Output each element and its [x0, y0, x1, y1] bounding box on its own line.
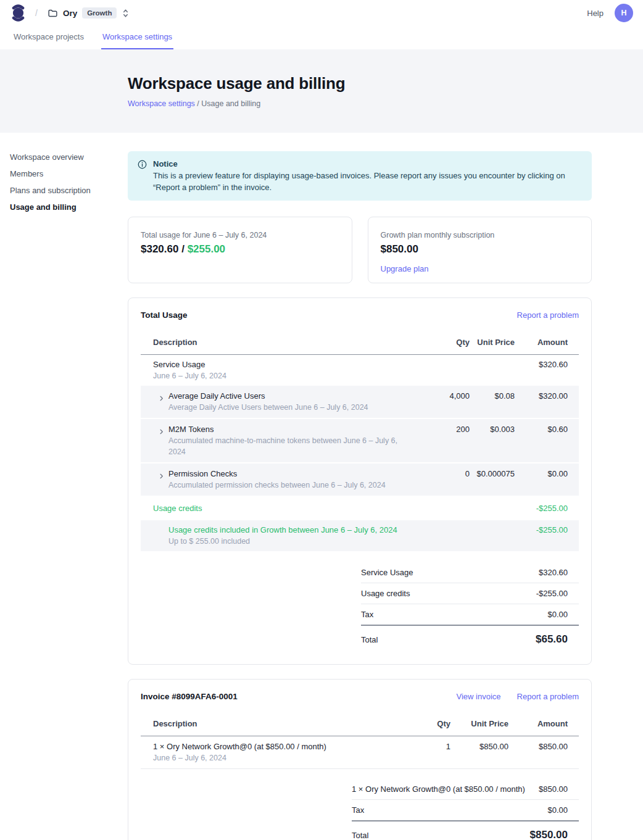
breadcrumb-workspace-settings-link[interactable]: Workspace settings	[128, 99, 195, 108]
help-link[interactable]: Help	[587, 9, 604, 18]
sidebar-item-usage-and-billing[interactable]: Usage and billing	[10, 199, 128, 215]
upgrade-plan-link[interactable]: Upgrade plan	[381, 264, 429, 273]
avatar[interactable]: H	[615, 4, 633, 22]
table-row-permission-checks[interactable]: Permission Checks Accumulated permission…	[141, 464, 579, 497]
column-qty: Qty	[395, 718, 450, 730]
usage-card-header: Total Usage Report a problem	[141, 310, 579, 320]
invoice-table: Description Qty Unit Price Amount 1 × Or…	[141, 715, 579, 769]
plan-amount: $850.00	[381, 243, 579, 256]
row-qty: 0	[414, 468, 470, 480]
table-row-m2m-tokens[interactable]: M2M Tokens Accumulated machine-to-machin…	[141, 419, 579, 464]
table-row-service-usage: Service Usage June 6 – July 6, 2024 $320…	[141, 355, 579, 386]
column-amount: Amount	[508, 718, 579, 730]
summary-row-usage-credits: Usage credits -$255.00	[361, 583, 579, 604]
table-row-usage-credits: Usage credits -$255.00	[141, 497, 579, 520]
invoice-table-header: Description Qty Unit Price Amount	[141, 715, 579, 736]
sidebar-item-plans-and-subscription[interactable]: Plans and subscription	[10, 182, 128, 199]
tab-workspace-settings[interactable]: Workspace settings	[101, 26, 173, 49]
summary-row-service-usage: Service Usage $320.60	[361, 562, 579, 583]
row-title: Permission Checks	[168, 468, 386, 480]
view-invoice-link[interactable]: View invoice	[457, 692, 501, 701]
total-usage-invoice-card: Total Usage Report a problem Description…	[128, 297, 592, 665]
row-amount: $0.60	[515, 424, 579, 435]
invoice-summary: 1 × Ory Network Growth@0 (at $850.00 / m…	[352, 779, 579, 840]
row-title: Average Daily Active Users	[168, 391, 368, 402]
tab-workspace-projects[interactable]: Workspace projects	[12, 26, 85, 49]
topbar-right: Help H	[587, 4, 633, 22]
invoice-card-title: Invoice #8099AFA6-0001	[141, 692, 238, 701]
chevron-right-icon[interactable]	[158, 391, 165, 413]
main-layout: Workspace overview Members Plans and sub…	[0, 133, 643, 840]
usage-used-amount: $320.60	[141, 243, 178, 255]
row-subtitle: Up to $ 255.00 included	[168, 536, 414, 547]
invoice-card-header: Invoice #8099AFA6-0001 View invoice Repo…	[141, 692, 579, 701]
workspace-selector[interactable]: Ory Growth	[48, 7, 130, 19]
row-qty: 1	[395, 741, 450, 752]
row-amount: -$255.00	[515, 503, 579, 514]
chevron-right-icon[interactable]	[158, 468, 165, 491]
column-unit-price: Unit Price	[470, 337, 515, 348]
row-unit-price: $850.00	[450, 741, 508, 752]
row-qty: 200	[414, 424, 470, 435]
row-subtitle: Accumulated permission checks between Ju…	[168, 480, 386, 491]
total-usage-label: Total usage for June 6 – July 6, 2024	[141, 231, 339, 239]
table-row-usage-credits-included: Usage credits included in Growth between…	[141, 520, 579, 552]
row-amount: -$255.00	[515, 525, 579, 536]
column-unit-price: Unit Price	[450, 718, 508, 730]
row-subtitle: Accumulated machine-to-machine tokens be…	[168, 435, 414, 457]
summary-row-total: Total $65.60	[361, 625, 579, 648]
row-unit-price: $0.08	[470, 391, 515, 402]
row-title: 1 × Ory Network Growth@0 (at $850.00 / m…	[153, 741, 395, 752]
summary-row-tax: Tax $0.00	[352, 799, 579, 820]
report-problem-link[interactable]: Report a problem	[517, 310, 579, 320]
unfold-icon[interactable]	[122, 9, 130, 18]
usage-amount-separator: /	[178, 243, 187, 255]
total-usage-card: Total usage for June 6 – July 6, 2024 $3…	[128, 217, 352, 283]
total-usage-amount: $320.60 / $255.00	[141, 243, 339, 256]
row-subtitle: June 6 – July 6, 2024	[153, 752, 395, 763]
column-description: Description	[141, 337, 414, 348]
overview-cards: Total usage for June 6 – July 6, 2024 $3…	[128, 217, 592, 283]
info-icon	[138, 159, 147, 193]
summary-row-subscription: 1 × Ory Network Growth@0 (at $850.00 / m…	[352, 779, 579, 799]
ory-logo-icon[interactable]	[10, 4, 27, 22]
notice-body: This is a preview feature for displaying…	[153, 170, 582, 193]
usage-card-title: Total Usage	[141, 310, 188, 320]
table-row-average-daily-active-users[interactable]: Average Daily Active Users Average Daily…	[141, 386, 579, 419]
row-amount: $320.60	[515, 359, 579, 370]
folder-icon	[48, 8, 58, 19]
page-title: Workspace usage and billing	[128, 74, 643, 93]
summary-row-tax: Tax $0.00	[361, 604, 579, 625]
report-problem-link[interactable]: Report a problem	[517, 692, 579, 701]
content-column: Notice This is a preview feature for dis…	[128, 133, 592, 840]
usage-table-header: Description Qty Unit Price Amount	[141, 333, 579, 355]
usage-included-amount: $255.00	[188, 243, 225, 255]
table-row-growth-subscription: 1 × Ory Network Growth@0 (at $850.00 / m…	[141, 736, 579, 769]
breadcrumb: Workspace settings / Usage and billing	[128, 99, 643, 108]
plan-badge: Growth	[82, 7, 117, 19]
row-amount: $320.00	[515, 391, 579, 402]
workspace-name: Ory	[63, 9, 77, 18]
subscription-invoice-card: Invoice #8099AFA6-0001 View invoice Repo…	[128, 679, 592, 840]
row-title: Usage credits included in Growth between…	[168, 525, 414, 536]
notice-banner: Notice This is a preview feature for dis…	[128, 151, 592, 201]
row-subtitle: June 6 – July 6, 2024	[153, 370, 414, 381]
row-title: M2M Tokens	[168, 424, 414, 435]
breadcrumb-separator: /	[35, 8, 38, 18]
chevron-right-icon[interactable]	[158, 424, 165, 457]
column-amount: Amount	[515, 337, 579, 348]
row-amount: $850.00	[508, 741, 579, 752]
page-header: Workspace usage and billing Workspace se…	[0, 49, 643, 133]
summary-row-total: Total $850.00	[352, 820, 579, 840]
column-qty: Qty	[414, 337, 470, 348]
column-description: Description	[141, 718, 395, 730]
workspace-tabs: Workspace projects Workspace settings	[0, 26, 643, 49]
sidebar-item-members[interactable]: Members	[10, 165, 128, 182]
row-unit-price: $0.000075	[470, 468, 515, 480]
breadcrumb-current: Usage and billing	[201, 99, 260, 108]
row-qty: 4,000	[414, 391, 470, 402]
notice-text: Notice This is a preview feature for dis…	[153, 159, 582, 193]
sidebar-item-workspace-overview[interactable]: Workspace overview	[10, 149, 128, 165]
usage-summary: Service Usage $320.60 Usage credits -$25…	[361, 562, 579, 648]
row-unit-price: $0.003	[470, 424, 515, 435]
